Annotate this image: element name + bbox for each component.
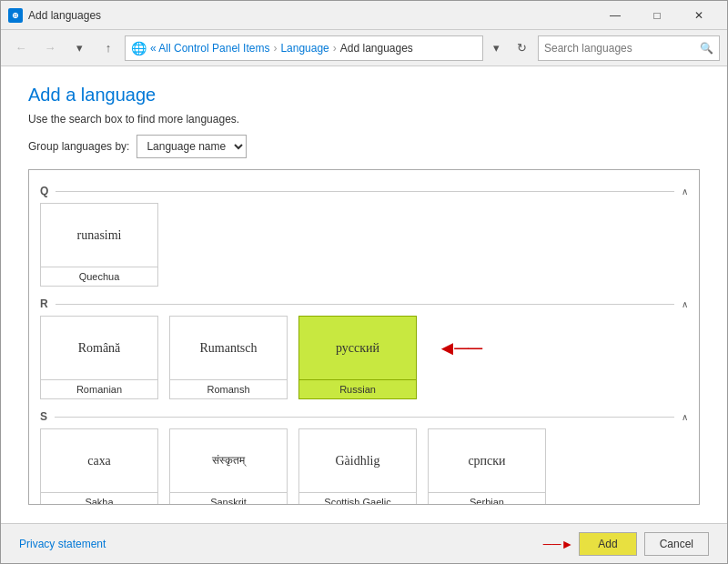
path-dropdown-button[interactable]: ▾ bbox=[487, 35, 505, 61]
up-button[interactable]: ↑ bbox=[96, 35, 121, 61]
language-grid-container[interactable]: Q ∧ runasimi Quechua R ∧ bbox=[28, 169, 700, 505]
lang-card-quechua[interactable]: runasimi Quechua bbox=[40, 203, 158, 287]
lang-card-scottish[interactable]: Gàidhlig Scottish Gaelic bbox=[298, 428, 417, 505]
address-bar: ← → ▾ ↑ 🌐 « All Control Panel Items › La… bbox=[1, 30, 727, 66]
lang-native-sanskrit: संस्कृतम् bbox=[170, 429, 287, 493]
back-button[interactable]: ← bbox=[8, 35, 34, 61]
address-part3: Add languages bbox=[340, 42, 413, 55]
lang-name-russian: Russian bbox=[339, 380, 376, 398]
section-s-collapse[interactable]: ∧ bbox=[682, 412, 688, 422]
footer: Privacy statement ─ ─ ► Add Cancel bbox=[1, 523, 727, 563]
main-content: Add a language Use the search box to fin… bbox=[1, 66, 727, 523]
lang-name-romanian: Romanian bbox=[76, 380, 122, 398]
lang-card-sakha[interactable]: саха Sakha bbox=[40, 428, 158, 505]
lang-card-romanian[interactable]: Română Romanian bbox=[40, 316, 158, 399]
section-s-letter: S bbox=[40, 410, 47, 423]
maximize-button[interactable]: □ bbox=[636, 1, 678, 30]
window-title: Add languages bbox=[28, 9, 594, 22]
add-arrow-indicator: ─ ─ ► bbox=[543, 537, 571, 551]
address-path: 🌐 « All Control Panel Items › Language ›… bbox=[125, 35, 483, 61]
group-by-row: Group languages by: Language name bbox=[28, 135, 700, 158]
lang-native-russian: русский ◄─ ─ bbox=[299, 317, 416, 380]
window-controls: — □ ✕ bbox=[594, 1, 720, 30]
lang-name-sakha: Sakha bbox=[85, 493, 113, 505]
page-title: Add a language bbox=[28, 85, 700, 106]
section-q-header: Q ∧ bbox=[40, 185, 688, 197]
lang-card-romansh[interactable]: Rumantsch Romansh bbox=[169, 316, 288, 399]
section-q-line bbox=[56, 191, 674, 192]
section-r-letter: R bbox=[40, 297, 48, 310]
lang-native-serbian: српски bbox=[429, 429, 545, 493]
add-red-dashes: ─ ─ ► bbox=[543, 537, 571, 551]
section-q-row: runasimi Quechua bbox=[40, 203, 688, 287]
lang-name-quechua: Quechua bbox=[79, 267, 120, 286]
section-r-row: Română Romanian Rumantsch Romansh русски… bbox=[40, 316, 688, 399]
address-sep2: › bbox=[333, 42, 337, 55]
title-bar: ⊕ Add languages — □ ✕ bbox=[1, 1, 727, 30]
lang-native-romansh: Rumantsch bbox=[170, 317, 287, 380]
section-q-letter: Q bbox=[40, 185, 48, 197]
lang-native-scottish: Gàidhlig bbox=[299, 429, 416, 493]
section-s-line bbox=[55, 417, 674, 418]
window-icon: ⊕ bbox=[8, 8, 23, 23]
section-s-header: S ∧ bbox=[40, 410, 688, 423]
address-sep1: › bbox=[273, 42, 277, 55]
lang-card-sanskrit[interactable]: संस्कृतम् Sanskrit bbox=[169, 428, 288, 505]
refresh-button[interactable]: ↻ bbox=[509, 35, 534, 61]
search-input[interactable] bbox=[544, 42, 700, 55]
section-r-collapse[interactable]: ∧ bbox=[682, 299, 688, 309]
dropdown-button[interactable]: ▾ bbox=[66, 35, 92, 61]
lang-name-romansh: Romansh bbox=[207, 380, 249, 398]
section-r-header: R ∧ bbox=[40, 297, 688, 310]
page-subtitle: Use the search box to find more language… bbox=[28, 113, 700, 126]
minimize-button[interactable]: — bbox=[594, 1, 636, 30]
russian-arrow-indicator: ◄─ ─ bbox=[438, 337, 480, 360]
language-grid-inner: Q ∧ runasimi Quechua R ∧ bbox=[29, 170, 699, 505]
privacy-link[interactable]: Privacy statement bbox=[19, 538, 106, 550]
main-window: ⊕ Add languages — □ ✕ ← → ▾ ↑ 🌐 « All Co… bbox=[0, 0, 728, 564]
address-part1[interactable]: « All Control Panel Items bbox=[150, 42, 269, 55]
section-q-collapse[interactable]: ∧ bbox=[682, 186, 688, 196]
section-r-line bbox=[56, 304, 674, 305]
cancel-button[interactable]: Cancel bbox=[644, 532, 709, 556]
footer-buttons: ─ ─ ► Add Cancel bbox=[543, 532, 709, 556]
lang-native-romanian: Română bbox=[41, 317, 157, 380]
globe-icon: 🌐 bbox=[131, 41, 147, 55]
lang-name-serbian: Serbian bbox=[470, 493, 504, 505]
group-by-select[interactable]: Language name bbox=[136, 135, 247, 158]
lang-card-russian[interactable]: русский ◄─ ─ Russian bbox=[298, 316, 417, 399]
group-by-label: Group languages by: bbox=[28, 140, 129, 153]
lang-card-serbian[interactable]: српски Serbian bbox=[428, 428, 546, 505]
lang-name-scottish: Scottish Gaelic bbox=[324, 493, 390, 505]
search-icon[interactable]: 🔍 bbox=[700, 42, 713, 55]
section-s-row: саха Sakha संस्कृतम् Sanskrit Gàidhlig S… bbox=[40, 428, 688, 505]
lang-name-sanskrit: Sanskrit bbox=[210, 493, 247, 505]
close-button[interactable]: ✕ bbox=[678, 1, 720, 30]
lang-native-quechua: runasimi bbox=[41, 204, 157, 267]
red-dashes-icon: ◄─ ─ bbox=[438, 337, 480, 360]
search-box: 🔍 bbox=[538, 35, 720, 61]
forward-button[interactable]: → bbox=[37, 35, 63, 61]
address-part2[interactable]: Language bbox=[280, 42, 329, 55]
add-button[interactable]: Add bbox=[579, 532, 636, 556]
lang-native-sakha: саха bbox=[41, 429, 157, 493]
